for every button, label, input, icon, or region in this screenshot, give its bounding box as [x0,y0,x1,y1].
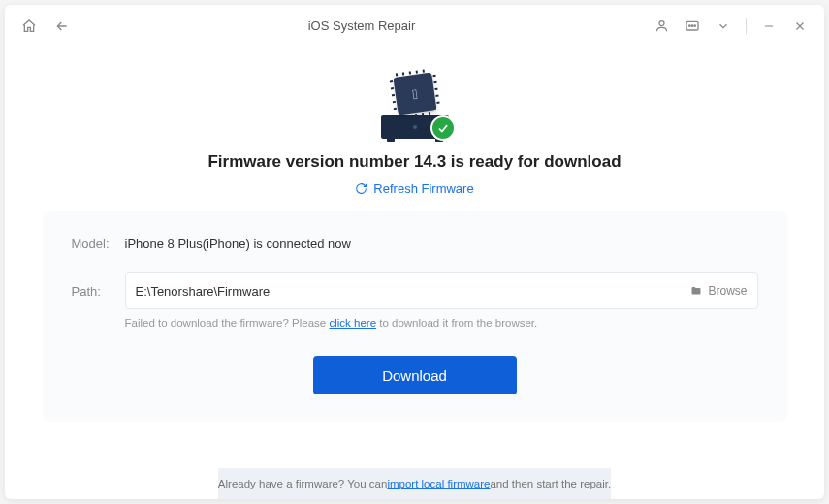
main-content:  Firmware version number 14.3 is ready … [5,47,824,499]
chevron-down-icon[interactable] [715,17,732,35]
svg-point-2 [689,25,690,26]
home-icon[interactable] [20,17,38,35]
refresh-label: Refresh Firmware [373,181,473,196]
hint-suffix: to download it from the browser. [376,317,537,329]
checkmark-badge-icon [430,115,456,141]
model-row: Model: iPhone 8 Plus(iPhone) is connecte… [72,236,758,251]
import-local-firmware-link[interactable]: import local firmware [387,478,490,489]
divider [746,18,747,34]
user-icon[interactable] [653,17,670,35]
firmware-chip-illustration:  [376,71,454,139]
download-hint: Failed to download the firmware? Please … [72,317,758,329]
titlebar-right [653,17,809,35]
footer-suffix: and then start the repair. [490,478,611,489]
firmware-panel: Model: iPhone 8 Plus(iPhone) is connecte… [43,211,787,422]
window-title: iOS System Repair [71,18,653,33]
refresh-icon [355,182,367,195]
footer-bar: Already have a firmware? You can import … [218,468,611,499]
model-label: Model: [72,236,125,251]
svg-point-3 [691,25,692,26]
refresh-firmware-link[interactable]: Refresh Firmware [355,181,473,196]
svg-point-4 [694,25,695,26]
titlebar: iOS System Repair [5,5,824,47]
minimize-icon[interactable] [760,17,778,35]
click-here-link[interactable]: click here [329,317,376,329]
download-button[interactable]: Download [313,356,517,394]
path-label: Path: [72,284,125,299]
footer-prefix: Already have a firmware? You can [218,478,388,489]
browse-label: Browse [708,284,747,298]
feedback-icon[interactable] [684,17,701,35]
model-value: iPhone 8 Plus(iPhone) is connected now [125,236,351,251]
folder-icon [689,285,703,297]
back-icon[interactable] [53,17,71,35]
path-row: Path: Browse [72,272,758,309]
app-window: iOS System Repair [5,5,824,499]
headline: Firmware version number 14.3 is ready fo… [207,152,621,172]
close-icon[interactable] [791,17,809,35]
hint-prefix: Failed to download the firmware? Please [125,317,330,329]
titlebar-left [20,17,71,35]
path-field: Browse [125,272,758,309]
browse-button[interactable]: Browse [680,284,747,298]
path-input[interactable] [136,284,681,299]
svg-point-0 [659,21,664,26]
